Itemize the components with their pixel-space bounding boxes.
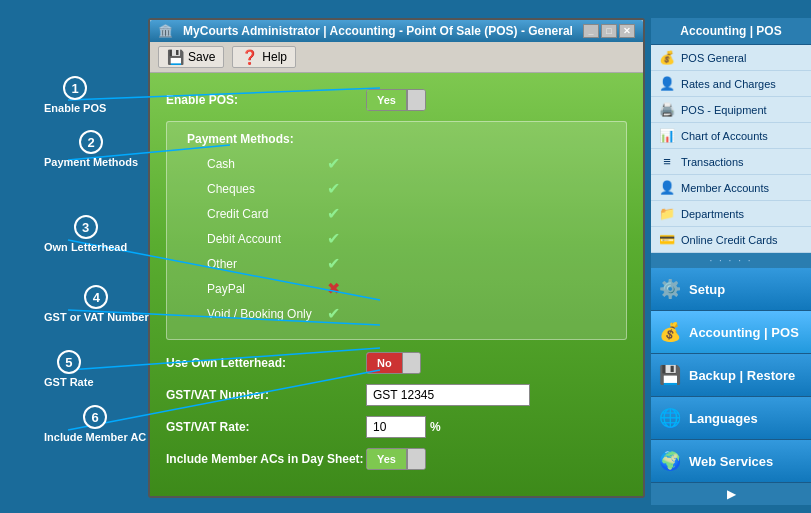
payment-name-paypal: PayPal <box>187 282 327 296</box>
title-bar: 🏛️ MyCourts Administrator | Accounting -… <box>150 20 643 42</box>
payment-item-2: Credit Card ✔ <box>187 204 606 223</box>
payment-name-credit-card: Credit Card <box>187 207 327 221</box>
check-icon-cash: ✔ <box>327 154 340 173</box>
help-button[interactable]: ❓ Help <box>232 46 296 68</box>
languages-button[interactable]: 🌐 Languages <box>651 397 811 440</box>
nav-item-rates-charges[interactable]: 👤 Rates and Charges <box>651 71 811 97</box>
gst-rate-unit: % <box>430 420 441 434</box>
chart-accounts-icon: 📊 <box>659 128 675 143</box>
languages-label: Languages <box>689 411 758 426</box>
toggle-yes-value: Yes <box>367 90 407 110</box>
annotation-label-4: GST or VAT Number <box>44 311 149 323</box>
setup-label: Setup <box>689 282 725 297</box>
gst-number-input[interactable] <box>366 384 530 406</box>
include-member-yes: Yes <box>367 449 407 469</box>
include-member-row: Include Member ACs in Day Sheet: Yes <box>166 448 627 470</box>
annotation-bubble-6: 6 <box>83 405 107 429</box>
check-icon-cheques: ✔ <box>327 179 340 198</box>
nav-item-pos-general[interactable]: 💰 POS General <box>651 45 811 71</box>
save-button[interactable]: 💾 Save <box>158 46 224 68</box>
setup-icon: ⚙️ <box>659 278 681 300</box>
payment-item-6: Void / Booking Only ✔ <box>187 304 606 323</box>
include-member-toggle[interactable]: Yes <box>366 448 426 470</box>
annotation-6: 6 Include Member AC <box>44 405 146 443</box>
payment-item-4: Other ✔ <box>187 254 606 273</box>
payment-name-cash: Cash <box>187 157 327 171</box>
departments-icon: 📁 <box>659 206 675 221</box>
nav-item-departments[interactable]: 📁 Departments <box>651 201 811 227</box>
pos-general-icon: 💰 <box>659 50 675 65</box>
annotation-label-3: Own Letterhead <box>44 241 127 253</box>
letterhead-row: Use Own Letterhead: No <box>166 352 627 374</box>
title-bar-controls: _ □ ✕ <box>583 24 635 38</box>
annotation-label-5: GST Rate <box>44 376 94 388</box>
nav-item-member-accounts[interactable]: 👤 Member Accounts <box>651 175 811 201</box>
minimize-button[interactable]: _ <box>583 24 599 38</box>
enable-pos-toggle[interactable]: Yes <box>366 89 426 111</box>
help-label: Help <box>262 50 287 64</box>
gst-rate-input[interactable] <box>366 416 426 438</box>
nav-item-transactions[interactable]: ≡ Transactions <box>651 149 811 175</box>
annotation-bubble-5: 5 <box>57 350 81 374</box>
payment-item-5: PayPal ✖ <box>187 279 606 298</box>
rates-charges-icon: 👤 <box>659 76 675 91</box>
nav-label-online-credit-cards: Online Credit Cards <box>681 234 778 246</box>
gst-rate-label: GST/VAT Rate: <box>166 420 366 434</box>
gst-rate-row: GST/VAT Rate: % <box>166 416 627 438</box>
backup-restore-button[interactable]: 💾 Backup | Restore <box>651 354 811 397</box>
check-icon-credit-card: ✔ <box>327 204 340 223</box>
nav-item-pos-equipment[interactable]: 🖨️ POS - Equipment <box>651 97 811 123</box>
backup-restore-icon: 💾 <box>659 364 681 386</box>
annotation-4: 4 GST or VAT Number <box>44 285 149 323</box>
nav-menu: 💰 POS General 👤 Rates and Charges 🖨️ POS… <box>651 45 811 253</box>
nav-label-transactions: Transactions <box>681 156 744 168</box>
web-services-button[interactable]: 🌍 Web Services <box>651 440 811 483</box>
close-button[interactable]: ✕ <box>619 24 635 38</box>
setup-button[interactable]: ⚙️ Setup <box>651 268 811 311</box>
toggle-no-value: No <box>367 353 402 373</box>
bottom-arrow-button[interactable]: ▶ <box>651 483 811 505</box>
toggle-handle-letterhead <box>402 353 420 373</box>
bottom-arrow-icon: ▶ <box>727 487 736 501</box>
payment-item-3: Debit Account ✔ <box>187 229 606 248</box>
maximize-button[interactable]: □ <box>601 24 617 38</box>
check-icon-debit-account: ✔ <box>327 229 340 248</box>
include-member-label: Include Member ACs in Day Sheet: <box>166 452 366 466</box>
window-title: MyCourts Administrator | Accounting - Po… <box>183 24 573 38</box>
annotation-2: 2 Payment Methods <box>44 130 138 168</box>
save-label: Save <box>188 50 215 64</box>
online-credit-cards-icon: 💳 <box>659 232 675 247</box>
nav-label-chart-accounts: Chart of Accounts <box>681 130 768 142</box>
dots-divider: · · · · · <box>651 253 811 268</box>
languages-icon: 🌐 <box>659 407 681 429</box>
payment-methods-title: Payment Methods: <box>187 132 606 146</box>
accounting-pos-icon: 💰 <box>659 321 681 343</box>
web-services-icon: 🌍 <box>659 450 681 472</box>
annotation-1: 1 Enable POS <box>44 76 106 114</box>
main-window: 🏛️ MyCourts Administrator | Accounting -… <box>148 18 645 498</box>
gst-rate-field: % <box>366 416 441 438</box>
payment-name-debit-account: Debit Account <box>187 232 327 246</box>
annotation-bubble-2: 2 <box>79 130 103 154</box>
save-icon: 💾 <box>167 49 184 65</box>
help-icon: ❓ <box>241 49 258 65</box>
accounting-pos-button[interactable]: 💰 Accounting | POS <box>651 311 811 354</box>
right-panel-header: Accounting | POS <box>651 18 811 45</box>
annotation-3: 3 Own Letterhead <box>44 215 127 253</box>
annotation-bubble-3: 3 <box>74 215 98 239</box>
toolbar: 💾 Save ❓ Help <box>150 42 643 73</box>
letterhead-toggle[interactable]: No <box>366 352 421 374</box>
pos-equipment-icon: 🖨️ <box>659 102 675 117</box>
nav-label-member-accounts: Member Accounts <box>681 182 769 194</box>
payment-methods-box: Payment Methods: Cash ✔ Cheques ✔ Credit… <box>166 121 627 340</box>
check-icon-void: ✔ <box>327 304 340 323</box>
nav-item-online-credit-cards[interactable]: 💳 Online Credit Cards <box>651 227 811 253</box>
annotation-bubble-4: 4 <box>84 285 108 309</box>
backup-restore-label: Backup | Restore <box>689 368 795 383</box>
nav-item-chart-accounts[interactable]: 📊 Chart of Accounts <box>651 123 811 149</box>
gst-number-row: GST/VAT Number: <box>166 384 627 406</box>
content-area: Enable POS: Yes Payment Methods: Cash ✔ … <box>150 73 643 496</box>
nav-label-departments: Departments <box>681 208 744 220</box>
payment-name-other: Other <box>187 257 327 271</box>
annotation-label-6: Include Member AC <box>44 431 146 443</box>
